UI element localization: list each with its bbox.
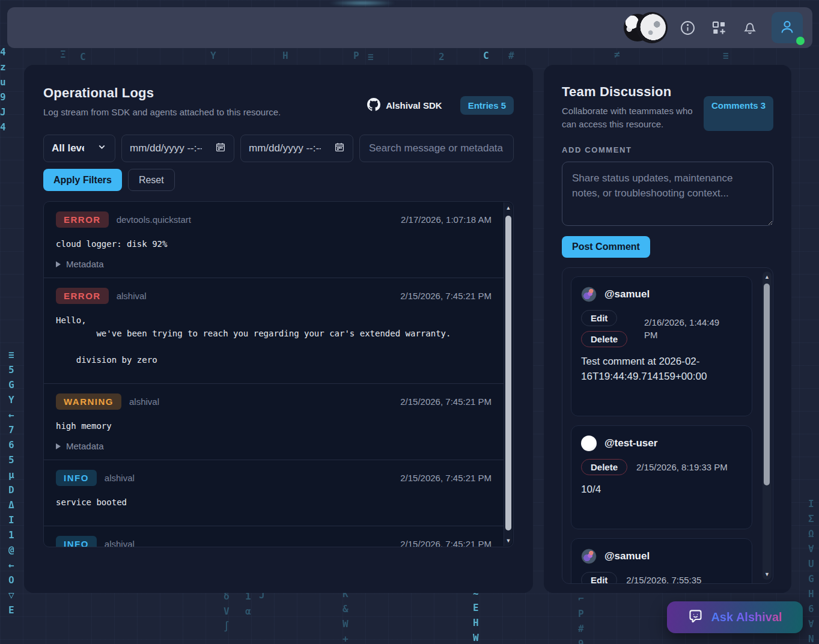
log-search-field [359,135,514,162]
info-icon [680,20,696,36]
log-entry: INFO alshival 2/15/2026, 7:45:21 PM serv… [44,460,504,526]
comment-username: @samuel [604,288,650,300]
log-message: cloud logger: disk 92% [56,237,492,251]
comments-list: @samuel Edit Delete 2/16/2026, 1:44:49 P… [562,267,773,584]
level-badge-error: ERROR [56,288,109,304]
log-timestamp: 2/15/2026, 7:45:21 PM [400,291,492,301]
matrix-glyph-column: ≈ E H W E [473,585,479,644]
comment-username: @test-user [604,437,657,449]
sdk-link[interactable]: Alshival SDK [367,98,442,113]
date-from-value: mm/dd/yyyy --:-- [130,142,202,154]
logs-header: Operational Logs Log stream from SDK and… [43,85,514,119]
comment-card: @samuel Edit Delete 2/16/2026, 1:44:49 P… [571,276,752,416]
discussion-title: Team Discussion [562,84,693,100]
comment-timestamp: 2/15/2026, 7:55:35 [626,575,701,584]
discussion-subtitle: Collaborate with teammates who can acces… [562,105,693,131]
scrollbar-thumb[interactable] [764,284,770,485]
edit-comment-button[interactable]: Edit [581,310,617,326]
edit-comment-button[interactable]: Edit [581,572,617,584]
avatar [581,287,597,302]
matrix-glyph-column: ≡ [723,48,729,63]
matrix-glyph-column: ⌐ P # 9 [578,591,584,644]
delete-comment-button[interactable]: Delete [581,331,627,347]
calendar-icon[interactable] [215,142,226,156]
apps-add-icon [711,20,727,36]
team-discussion-panel: Team Discussion Collaborate with teammat… [544,65,791,593]
comment-card: @samuel Edit 2/15/2026, 7:55:35 [571,538,752,584]
calendar-icon[interactable] [334,142,345,156]
avatar [581,548,597,564]
ask-alshival-button[interactable]: Ask Alshival [667,601,803,633]
app-root: 4 z u 9 J 4≡ 5 G Y ← 7 6 5 μ D Δ I 1 @ ←… [0,0,819,644]
top-glow-decoration [329,0,395,6]
moon-avatar-2 [638,14,666,41]
matrix-glyph-column: H [282,48,288,63]
scroll-down-arrow[interactable]: ▼ [504,536,513,545]
post-comment-button[interactable]: Post Comment [562,236,650,258]
apps-add-button[interactable] [710,19,728,37]
operational-logs-panel: Operational Logs Log stream from SDK and… [24,65,533,593]
log-timestamp: 2/15/2026, 7:45:21 PM [400,539,492,547]
comment-card: @test-user Delete 2/15/2026, 8:19:33 PM … [571,425,752,529]
github-icon [367,98,380,113]
log-message: high memory [56,419,492,433]
log-source: alshival [117,291,147,301]
bell-icon [742,20,758,35]
comment-text: 10/4 [581,482,742,497]
log-list: ERROR devtools.quickstart 2/17/2026, 1:0… [43,201,514,547]
comments-scrollbar[interactable]: ▲ ▼ [763,272,772,580]
log-timestamp: 2/15/2026, 7:45:21 PM [400,396,492,407]
comment-textarea[interactable] [562,162,773,226]
logs-title: Operational Logs [43,85,281,101]
navbar-actions [624,12,803,43]
scroll-up-arrow[interactable]: ▲ [504,204,513,212]
ask-alshival-label: Ask Alshival [711,610,782,624]
log-message: service booted [56,496,492,509]
metadata-label: Metadata [66,259,104,269]
sdk-label: Alshival SDK [386,100,442,111]
apply-filters-button[interactable]: Apply Filters [43,169,122,191]
chat-bubble-icon [687,609,704,627]
comment-username: @samuel [604,550,650,562]
matrix-glyph-column: I Σ Ω ∀ U G H 6 ∀ N # S M ⊤ [808,496,814,644]
log-source: alshival [129,396,159,407]
log-filters: All levels mm/dd/yyyy --:-- mm/dd/y [43,135,514,162]
filter-actions: Apply Filters Reset [43,169,514,191]
log-scroll-area: ERROR devtools.quickstart 2/17/2026, 1:0… [44,202,513,547]
scroll-down-arrow[interactable]: ▼ [763,570,772,579]
scrollbar-thumb[interactable] [505,216,511,530]
level-filter-select[interactable]: All levels [43,135,115,162]
comments-badge: Comments 3 [704,96,773,131]
matrix-glyph-column: 4 z u 9 J 4 [0,44,6,135]
chevron-down-icon [97,142,107,155]
avatar [581,436,597,451]
metadata-toggle[interactable]: Metadata [56,441,492,451]
reset-filters-button[interactable]: Reset [128,169,175,191]
log-scrollbar[interactable]: ▲ ▼ [504,202,513,546]
user-menu-button[interactable] [772,12,803,43]
delete-comment-button[interactable]: Delete [581,459,627,475]
metadata-label: Metadata [66,441,104,451]
log-entry: INFO alshival 2/15/2026, 7:45:21 PM [44,526,504,547]
matrix-glyph-column: δ V ∫ [224,589,230,634]
metadata-toggle[interactable]: Metadata [56,259,492,269]
date-from-input[interactable]: mm/dd/yyyy --:-- [121,135,234,162]
info-button[interactable] [678,19,697,37]
scroll-up-arrow[interactable]: ▲ [763,273,772,281]
log-entry: ERROR devtools.quickstart 2/17/2026, 1:0… [44,202,504,278]
top-navbar [7,7,812,48]
log-search-input[interactable] [360,135,513,162]
level-badge-info: INFO [56,536,97,547]
triangle-right-icon [56,261,61,267]
date-to-value: mm/dd/yyyy --:-- [249,142,321,154]
user-icon [778,18,796,38]
log-source: alshival [105,473,135,483]
matrix-glyph-column: C [483,48,489,63]
level-filter-value: All levels [52,142,84,154]
date-to-input[interactable]: mm/dd/yyyy --:-- [240,135,353,162]
matrix-glyph-column: P [353,48,359,63]
log-entry: ERROR alshival 2/15/2026, 7:45:21 PM Hel… [44,278,504,384]
avatar-stack[interactable] [624,14,666,41]
matrix-glyph-column: Y [210,48,216,63]
notifications-button[interactable] [741,19,759,37]
